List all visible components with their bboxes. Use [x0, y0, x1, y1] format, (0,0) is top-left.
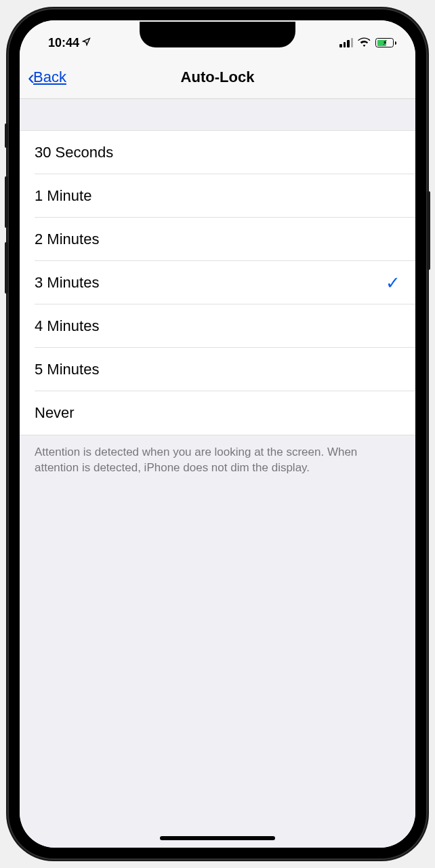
wifi-icon: [358, 36, 371, 50]
content: 30 Seconds 1 Minute 2 Minutes 3 Minutes …: [20, 99, 415, 848]
option-label: 2 Minutes: [35, 231, 99, 248]
option-5-minutes[interactable]: 5 Minutes: [20, 348, 415, 391]
status-bar: 10:44: [20, 20, 415, 56]
option-label: 4 Minutes: [35, 317, 99, 335]
option-2-minutes[interactable]: 2 Minutes: [20, 218, 415, 261]
back-label: Back: [33, 68, 66, 86]
option-never[interactable]: Never: [20, 391, 415, 435]
status-left: 10:44: [48, 36, 91, 50]
status-right: ⚡︎: [339, 36, 396, 50]
page-title: Auto-Lock: [181, 68, 255, 86]
status-time: 10:44: [48, 36, 79, 50]
option-label: Never: [35, 404, 75, 422]
device-frame: 10:44: [7, 8, 428, 860]
option-label: 5 Minutes: [35, 361, 99, 378]
checkmark-icon: ✓: [386, 273, 400, 294]
option-label: 1 Minute: [35, 187, 91, 205]
cellular-signal-icon: [339, 38, 353, 47]
screen: 10:44: [20, 20, 415, 848]
option-3-minutes[interactable]: 3 Minutes ✓: [20, 261, 415, 304]
autolock-options-list: 30 Seconds 1 Minute 2 Minutes 3 Minutes …: [20, 130, 415, 435]
option-30-seconds[interactable]: 30 Seconds: [20, 131, 415, 174]
back-button[interactable]: ‹ Back: [28, 67, 66, 87]
battery-icon: ⚡︎: [375, 38, 396, 47]
location-icon: [82, 37, 91, 48]
option-1-minute[interactable]: 1 Minute: [20, 174, 415, 218]
nav-bar: ‹ Back Auto-Lock: [20, 56, 415, 99]
option-4-minutes[interactable]: 4 Minutes: [20, 304, 415, 348]
option-label: 30 Seconds: [35, 144, 113, 161]
option-label: 3 Minutes: [35, 274, 99, 292]
section-spacer: [20, 99, 415, 130]
footer-description: Attention is detected when you are looki…: [20, 435, 415, 486]
home-indicator[interactable]: [160, 836, 275, 840]
